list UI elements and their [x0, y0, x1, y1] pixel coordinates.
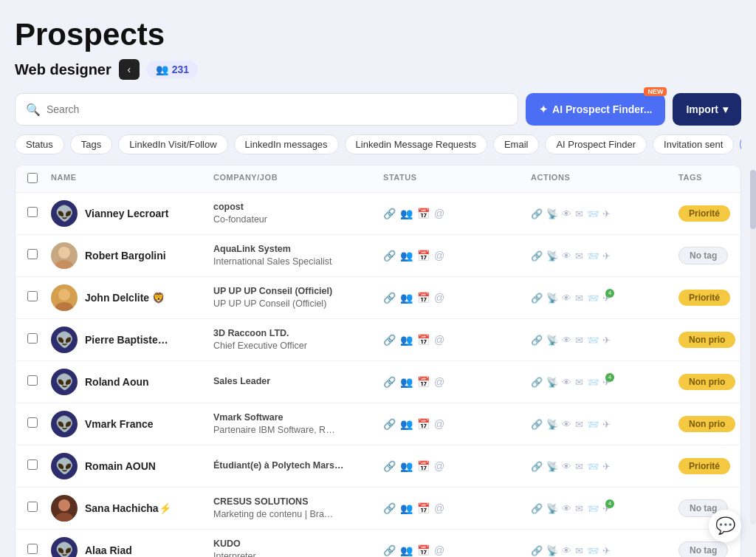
- calendar-status-icon[interactable]: 📅: [417, 544, 430, 556]
- rss-action-icon[interactable]: 📡: [546, 335, 558, 346]
- row-checkbox[interactable]: [27, 544, 38, 554]
- link-action-icon[interactable]: 🔗: [531, 419, 543, 430]
- people-status-icon[interactable]: 👥: [400, 250, 413, 262]
- rss-action-icon[interactable]: 📡: [546, 293, 558, 304]
- row-checkbox[interactable]: [27, 502, 38, 512]
- tag-pill[interactable]: Non prio: [678, 374, 735, 390]
- email-status-icon[interactable]: @: [434, 544, 444, 556]
- rss-action-icon[interactable]: 📡: [546, 250, 558, 262]
- tag-pill[interactable]: Priorité: [678, 458, 730, 474]
- filter-status[interactable]: Status: [15, 134, 64, 154]
- email-status-icon[interactable]: @: [434, 418, 444, 430]
- filter-linkedin-visit[interactable]: LinkedIn Visit/Follow: [118, 134, 227, 154]
- select-all-checkbox[interactable]: [27, 173, 38, 183]
- row-checkbox[interactable]: [27, 249, 38, 259]
- mail-action-icon[interactable]: ✉: [575, 503, 583, 514]
- mail-action-icon[interactable]: ✉: [575, 545, 583, 556]
- send-action-icon[interactable]: ✈: [602, 250, 611, 262]
- filter-invitation[interactable]: Invitation sent: [653, 134, 734, 154]
- people-status-icon[interactable]: 👥: [400, 376, 413, 388]
- row-checkbox[interactable]: [27, 417, 38, 428]
- arrow-button[interactable]: ‹: [119, 59, 140, 80]
- calendar-status-icon[interactable]: 📅: [417, 418, 430, 430]
- calendar-status-icon[interactable]: 📅: [417, 250, 430, 262]
- eye-action-icon[interactable]: 👁: [562, 419, 571, 430]
- inbox-action-icon[interactable]: 📨: [587, 503, 599, 514]
- rss-action-icon[interactable]: 📡: [546, 377, 558, 388]
- rss-action-icon[interactable]: 📡: [546, 545, 558, 556]
- link-status-icon[interactable]: 🔗: [383, 334, 396, 346]
- people-status-icon[interactable]: 👥: [400, 544, 413, 556]
- rss-action-icon[interactable]: 📡: [546, 503, 558, 514]
- send-action-icon[interactable]: ✈: [602, 335, 611, 346]
- rss-action-icon[interactable]: 📡: [546, 419, 558, 430]
- import-button[interactable]: Import ▾: [673, 93, 741, 126]
- eye-action-icon[interactable]: 👁: [562, 335, 571, 346]
- people-status-icon[interactable]: 👥: [400, 502, 413, 514]
- rss-action-icon[interactable]: 📡: [546, 208, 558, 219]
- tag-pill[interactable]: Priorité: [678, 205, 730, 222]
- link-status-icon[interactable]: 🔗: [383, 544, 396, 556]
- mail-action-icon[interactable]: ✉: [575, 208, 583, 219]
- calendar-status-icon[interactable]: 📅: [417, 208, 430, 219]
- scrollbar-thumb[interactable]: [750, 170, 756, 229]
- eye-action-icon[interactable]: 👁: [562, 250, 571, 262]
- email-status-icon[interactable]: @: [434, 208, 444, 219]
- tag-pill[interactable]: Non prio: [678, 332, 735, 348]
- link-status-icon[interactable]: 🔗: [383, 250, 396, 262]
- link-status-icon[interactable]: 🔗: [383, 460, 396, 472]
- inbox-action-icon[interactable]: 📨: [587, 377, 599, 388]
- eye-action-icon[interactable]: 👁: [562, 377, 571, 388]
- inbox-action-icon[interactable]: 📨: [587, 419, 599, 430]
- link-action-icon[interactable]: 🔗: [531, 377, 543, 388]
- eye-action-icon[interactable]: 👁: [562, 503, 571, 514]
- eye-action-icon[interactable]: 👁: [562, 208, 571, 219]
- search-input[interactable]: [47, 103, 507, 115]
- calendar-status-icon[interactable]: 📅: [417, 334, 430, 346]
- calendar-status-icon[interactable]: 📅: [417, 292, 430, 304]
- inbox-action-icon[interactable]: 📨: [587, 461, 599, 472]
- link-action-icon[interactable]: 🔗: [531, 293, 543, 304]
- email-status-icon[interactable]: @: [434, 250, 444, 262]
- people-status-icon[interactable]: 👥: [400, 460, 413, 472]
- link-action-icon[interactable]: 🔗: [531, 335, 543, 346]
- eye-action-icon[interactable]: 👁: [562, 461, 571, 472]
- people-status-icon[interactable]: 👥: [400, 292, 413, 304]
- people-status-icon[interactable]: 👥: [400, 208, 413, 219]
- link-status-icon[interactable]: 🔗: [383, 208, 396, 219]
- link-action-icon[interactable]: 🔗: [531, 250, 543, 262]
- tag-pill[interactable]: No tag: [678, 247, 728, 264]
- link-action-icon[interactable]: 🔗: [531, 208, 543, 219]
- tag-pill[interactable]: Non prio: [678, 416, 735, 432]
- chat-bubble-button[interactable]: 💬: [709, 510, 741, 542]
- filter-linkedin-messages[interactable]: LinkedIn messages: [234, 134, 339, 154]
- link-action-icon[interactable]: 🔗: [531, 503, 543, 514]
- link-status-icon[interactable]: 🔗: [383, 292, 396, 304]
- mail-action-icon[interactable]: ✉: [575, 335, 583, 346]
- inbox-action-icon[interactable]: 📨: [587, 335, 599, 346]
- send-action-icon[interactable]: ✈: [602, 419, 611, 430]
- ai-prospect-finder-button[interactable]: ✦ AI Prospect Finder... NEW: [526, 93, 665, 126]
- row-checkbox[interactable]: [27, 291, 38, 301]
- inbox-action-icon[interactable]: 📨: [587, 545, 599, 556]
- filter-ai-prospect[interactable]: AI Prospect Finder: [545, 134, 647, 154]
- send-action-icon[interactable]: ✈4: [602, 377, 611, 388]
- link-action-icon[interactable]: 🔗: [531, 461, 543, 472]
- scrollbar-track[interactable]: [750, 170, 756, 524]
- mail-action-icon[interactable]: ✉: [575, 461, 583, 472]
- row-checkbox[interactable]: [27, 207, 38, 217]
- mail-action-icon[interactable]: ✉: [575, 293, 583, 304]
- email-status-icon[interactable]: @: [434, 334, 444, 346]
- calendar-status-icon[interactable]: 📅: [417, 460, 430, 472]
- send-action-icon[interactable]: ✈: [602, 545, 611, 556]
- link-action-icon[interactable]: 🔗: [531, 545, 543, 556]
- inbox-action-icon[interactable]: 📨: [587, 293, 599, 304]
- calendar-status-icon[interactable]: 📅: [417, 376, 430, 388]
- email-status-icon[interactable]: @: [434, 376, 444, 388]
- mail-action-icon[interactable]: ✉: [575, 377, 583, 388]
- inbox-action-icon[interactable]: 📨: [587, 250, 599, 262]
- link-status-icon[interactable]: 🔗: [383, 502, 396, 514]
- tag-pill[interactable]: Priorité: [678, 290, 730, 306]
- tag-pill[interactable]: No tag: [678, 541, 728, 557]
- rss-action-icon[interactable]: 📡: [546, 461, 558, 472]
